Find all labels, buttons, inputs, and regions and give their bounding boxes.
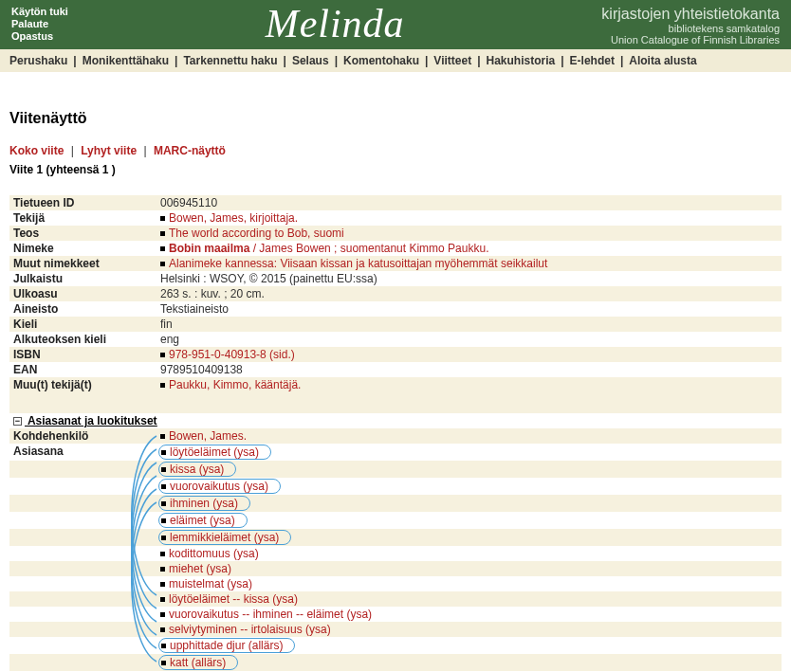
subject-link[interactable]: kissa (ysa) — [170, 463, 224, 476]
tagline-1: kirjastojen yhteistietokanta — [601, 6, 780, 23]
record-row: TeosThe world according to Bob, suomi — [9, 226, 782, 241]
separator: | — [175, 54, 177, 67]
subject-link[interactable]: upphittade djur (allärs) — [170, 639, 283, 652]
field-label: EAN — [9, 362, 156, 377]
separator: | — [620, 54, 623, 67]
subject-row: löytöeläimet -- kissa (ysa) — [9, 591, 782, 607]
nav-item[interactable]: Hakuhistoria — [487, 54, 556, 67]
subject-link[interactable]: eläimet (ysa) — [170, 514, 235, 527]
field-label: Teos — [9, 226, 156, 241]
field-value: eläimet (ysa) — [156, 512, 782, 529]
field-link[interactable]: Bobin maailma / James Bowen ; suomentanu… — [169, 242, 488, 255]
header-link-opastus[interactable]: Opastus — [11, 30, 68, 42]
subject-row: katt (allärs) — [9, 654, 782, 671]
subject-row: selviytyminen -- irtolaisuus (ysa) — [9, 622, 782, 637]
field-label — [9, 546, 156, 561]
field-label — [9, 512, 156, 529]
annotation-circle: ihminen (ysa) — [158, 496, 250, 511]
nav-item[interactable]: Komentohaku — [343, 54, 419, 67]
subject-link[interactable]: miehet (ysa) — [169, 562, 231, 575]
nav-item[interactable]: Selaus — [292, 54, 329, 67]
subject-row: vuorovaikutus -- ihminen -- eläimet (ysa… — [9, 607, 782, 622]
subject-link[interactable]: lemmikkieläimet (ysa) — [170, 531, 279, 544]
record-row: JulkaistuHelsinki : WSOY, © 2015 (painet… — [9, 271, 782, 286]
field-label: Nimeke — [9, 241, 156, 256]
header-left-links: Käytön tuki Palaute Opastus — [11, 6, 68, 42]
bullet-icon — [160, 612, 165, 617]
header-link-palaute[interactable]: Palaute — [11, 18, 68, 29]
record-row: Kielifin — [9, 317, 782, 332]
field-link[interactable]: Paukku, Kimmo, kääntäjä. — [169, 378, 301, 391]
subject-link[interactable]: löytöeläimet -- kissa (ysa) — [169, 592, 298, 606]
field-label — [9, 461, 156, 478]
field-value: katt (allärs) — [156, 654, 782, 671]
field-value: Bobin maailma / James Bowen ; suomentanu… — [156, 241, 782, 256]
collapse-icon[interactable]: − — [13, 417, 22, 426]
field-label: Tekijä — [9, 210, 156, 226]
subject-link[interactable]: katt (allärs) — [170, 656, 226, 669]
bullet-icon — [160, 262, 165, 266]
field-label — [9, 576, 156, 591]
field-value: muistelmat (ysa) — [156, 576, 782, 591]
header-link-kayton[interactable]: Käytön tuki — [11, 6, 68, 17]
tagline-2: bibliotekens samkatalog — [601, 23, 780, 34]
nav-item[interactable]: Perushaku — [9, 54, 67, 67]
field-link[interactable]: Bowen, James, kirjoittaja. — [169, 211, 298, 225]
nav-item[interactable]: Monikenttähaku — [83, 54, 169, 67]
field-value: kodittomuus (ysa) — [156, 546, 782, 561]
subject-link[interactable]: löytöeläimet (ysa) — [170, 445, 259, 459]
nav-item[interactable]: Aloita alusta — [629, 54, 696, 67]
field-label: Kieli — [9, 317, 156, 332]
section-header-link[interactable]: Asiasanat ja luokitukset — [25, 414, 157, 427]
field-label: Kohdehenkilö — [9, 428, 156, 444]
annotation-circle: upphittade djur (allärs) — [158, 638, 295, 653]
tab-marc[interactable]: MARC-näyttö — [154, 144, 226, 157]
bullet-icon — [160, 434, 165, 439]
nav-item[interactable]: Viitteet — [433, 54, 471, 67]
app-header: Käytön tuki Palaute Opastus Melinda kirj… — [0, 0, 791, 49]
annotation-circle: katt (allärs) — [158, 655, 238, 670]
bullet-icon — [160, 353, 165, 357]
field-value: fin — [156, 317, 782, 332]
bullet-icon — [161, 518, 166, 523]
tab-lyhyt-viite[interactable]: Lyhyt viite — [81, 144, 137, 157]
main-nav: Perushaku|Monikenttähaku|Tarkennettu hak… — [0, 49, 791, 72]
subject-link[interactable]: vuorovaikutus -- ihminen -- eläimet (ysa… — [169, 608, 372, 621]
field-label — [9, 591, 156, 607]
nav-item[interactable]: E-lehdet — [570, 54, 615, 67]
bullet-icon — [160, 567, 165, 572]
tab-koko-viite[interactable]: Koko viite — [9, 144, 64, 157]
separator: | — [284, 54, 286, 67]
field-label: ISBN — [9, 347, 156, 362]
separator: | — [71, 144, 74, 157]
field-link[interactable]: The world according to Bob, suomi — [169, 227, 344, 240]
field-link[interactable]: 978-951-0-40913-8 (sid.) — [169, 348, 295, 361]
subject-row: kissa (ysa) — [9, 461, 782, 478]
subject-link[interactable]: ihminen (ysa) — [170, 497, 238, 510]
separator: | — [477, 54, 480, 67]
field-link[interactable]: Alanimeke kannessa: Viisaan kissan ja ka… — [169, 257, 547, 270]
nav-item[interactable]: Tarkennettu haku — [183, 54, 277, 67]
subject-link[interactable]: muistelmat (ysa) — [169, 577, 252, 590]
field-label: Alkuteoksen kieli — [9, 332, 156, 347]
separator: | — [425, 54, 428, 67]
field-value: löytöeläimet (ysa) — [156, 444, 782, 461]
subject-link[interactable]: kodittomuus (ysa) — [169, 547, 259, 560]
subject-link[interactable]: selviytyminen -- irtolaisuus (ysa) — [169, 623, 331, 636]
field-label: Ulkoasu — [9, 286, 156, 301]
annotation-circle: kissa (ysa) — [158, 462, 236, 477]
subject-link[interactable]: vuorovaikutus (ysa) — [170, 480, 268, 493]
record-row: TekijäBowen, James, kirjoittaja. — [9, 210, 782, 226]
subject-row: ihminen (ysa) — [9, 495, 782, 512]
field-value: Paukku, Kimmo, kääntäjä. — [156, 377, 782, 392]
record-row: Muu(t) tekijä(t)Paukku, Kimmo, kääntäjä. — [9, 377, 782, 392]
field-value: löytöeläimet -- kissa (ysa) — [156, 591, 782, 607]
bullet-icon — [160, 582, 165, 587]
field-label — [9, 478, 156, 495]
bullet-icon — [161, 501, 166, 506]
field-value: vuorovaikutus (ysa) — [156, 478, 782, 495]
field-label: Muu(t) tekijä(t) — [9, 377, 156, 392]
field-value: Alanimeke kannessa: Viisaan kissan ja ka… — [156, 256, 782, 271]
bullet-icon — [161, 467, 166, 472]
field-link[interactable]: Bowen, James. — [169, 429, 247, 443]
